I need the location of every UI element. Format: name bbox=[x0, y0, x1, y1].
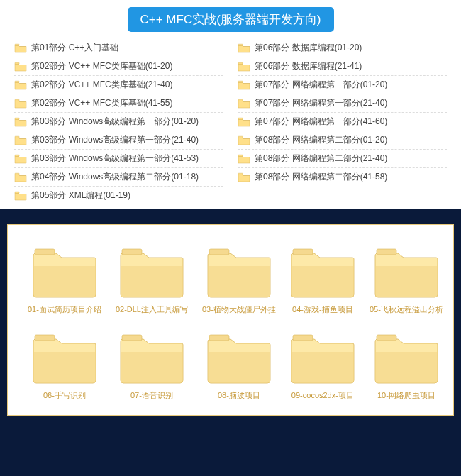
folder-grid-item[interactable]: 04-游戏-捕鱼项目 bbox=[290, 246, 355, 315]
folder-list-item[interactable]: 第06部分 数据库编程(21-41) bbox=[238, 57, 447, 76]
folder-list-item[interactable]: 第06部分 数据库编程(01-20) bbox=[238, 39, 447, 57]
folder-list-label: 第05部分 XML编程(01-19) bbox=[31, 189, 130, 201]
folder-icon bbox=[14, 154, 27, 164]
section-divider bbox=[0, 209, 461, 224]
folder-list-label: 第06部分 数据库编程(01-20) bbox=[255, 42, 362, 54]
folder-list-label: 第03部分 Windows高级编程第一部分(21-40) bbox=[31, 134, 199, 146]
svg-rect-5 bbox=[15, 136, 19, 138]
folder-icon bbox=[14, 99, 27, 109]
folder-icon bbox=[238, 172, 250, 182]
folder-list-label: 第03部分 Windows高级编程第一部分(01-20) bbox=[31, 116, 199, 128]
svg-rect-10 bbox=[238, 62, 243, 64]
folder-grid-label: 05-飞秋远程溢出分析 bbox=[370, 304, 443, 315]
project-folders-panel: 01-面试简历项目介绍 02-DLL注入工具编写 03-植物大战僵尸外挂 04-… bbox=[7, 224, 454, 416]
folder-list-item[interactable]: 第07部分 网络编程第一部分(21-40) bbox=[238, 94, 447, 113]
folder-grid-label: 01-面试简历项目介绍 bbox=[28, 304, 101, 315]
folder-list-label: 第07部分 网络编程第一部分(01-20) bbox=[255, 79, 387, 91]
svg-rect-3 bbox=[15, 99, 19, 101]
svg-rect-9 bbox=[238, 44, 243, 45]
folder-icon bbox=[238, 99, 250, 109]
folder-list-label: 第02部分 VC++ MFC类库基础(21-40) bbox=[31, 79, 172, 91]
folder-list-label: 第07部分 网络编程第一部分(41-60) bbox=[255, 116, 387, 128]
folder-icon bbox=[32, 246, 97, 299]
folder-grid-item[interactable]: 05-飞秋远程溢出分析 bbox=[370, 246, 443, 315]
folder-grid-label: 10-网络爬虫项目 bbox=[377, 390, 435, 401]
folder-list-label: 第03部分 Windows高级编程第一部分(41-53) bbox=[31, 153, 199, 165]
folder-list-item[interactable]: 第02部分 VC++ MFC类库基础(21-40) bbox=[14, 76, 223, 94]
svg-rect-22 bbox=[35, 335, 55, 341]
folder-list-item[interactable]: 第02部分 VC++ MFC类库基础(01-20) bbox=[14, 57, 223, 76]
folder-icon bbox=[14, 117, 27, 127]
folder-grid-item[interactable]: 02-DLL注入工具编写 bbox=[116, 246, 188, 315]
folder-grid-item[interactable]: 08-脑波项目 bbox=[202, 332, 276, 401]
folder-list-label: 第08部分 网络编程第二部分(21-40) bbox=[255, 153, 387, 165]
folder-icon bbox=[238, 80, 250, 90]
folder-icon bbox=[32, 332, 97, 384]
folder-list-item[interactable]: 第05部分 XML编程(01-19) bbox=[14, 187, 223, 204]
folder-list-item[interactable]: 第08部分 网络编程第二部分(01-20) bbox=[238, 131, 447, 150]
folder-icon bbox=[14, 172, 27, 182]
svg-rect-15 bbox=[238, 155, 243, 156]
folder-grid-label: 07-语音识别 bbox=[130, 390, 173, 401]
folder-icon bbox=[374, 332, 439, 384]
folder-icon bbox=[238, 154, 250, 164]
folder-icon bbox=[290, 332, 355, 384]
svg-rect-16 bbox=[238, 173, 243, 175]
folder-icon bbox=[290, 246, 355, 299]
folder-grid-item[interactable]: 01-面试简历项目介绍 bbox=[28, 246, 101, 315]
folder-icon bbox=[119, 246, 184, 299]
folder-list-item[interactable]: 第07部分 网络编程第一部分(01-20) bbox=[238, 76, 447, 94]
svg-rect-25 bbox=[293, 335, 313, 341]
folder-list-item[interactable]: 第03部分 Windows高级编程第一部分(21-40) bbox=[14, 131, 223, 150]
folder-grid-item[interactable]: 09-cocos2dx-项目 bbox=[290, 332, 355, 401]
folder-grid-item[interactable]: 03-植物大战僵尸外挂 bbox=[202, 246, 276, 315]
folder-list-label: 第01部分 C++入门基础 bbox=[31, 42, 118, 54]
folder-grid-item[interactable]: 10-网络爬虫项目 bbox=[370, 332, 443, 401]
folder-list-item[interactable]: 第03部分 Windows高级编程第一部分(41-53) bbox=[14, 150, 223, 168]
folder-grid: 01-面试简历项目介绍 02-DLL注入工具编写 03-植物大战僵尸外挂 04-… bbox=[28, 246, 433, 401]
folder-grid-item[interactable]: 07-语音识别 bbox=[116, 332, 188, 401]
folder-list-label: 第06部分 数据库编程(21-41) bbox=[255, 60, 362, 72]
svg-rect-7 bbox=[15, 173, 19, 175]
folder-icon bbox=[14, 191, 27, 201]
svg-rect-13 bbox=[238, 118, 243, 119]
svg-rect-17 bbox=[35, 249, 55, 255]
folder-icon bbox=[14, 80, 27, 90]
folder-icon bbox=[238, 43, 250, 53]
course-outline-panel: C++ MFC实战(服务器端开发方向) 第01部分 C++入门基础 第02部分 … bbox=[0, 0, 461, 209]
folder-icon bbox=[14, 43, 27, 53]
folder-list-label: 第02部分 VC++ MFC类库基础(41-55) bbox=[31, 97, 172, 109]
svg-rect-6 bbox=[15, 155, 19, 156]
folder-icon bbox=[14, 62, 27, 72]
svg-rect-14 bbox=[238, 136, 243, 138]
folder-list-item[interactable]: 第04部分 Windows高级编程第二部分(01-18) bbox=[14, 168, 223, 187]
folder-icon bbox=[238, 62, 250, 72]
folder-icon bbox=[119, 332, 184, 384]
folder-grid-item[interactable]: 06-手写识别 bbox=[28, 332, 101, 401]
folder-grid-label: 08-脑波项目 bbox=[218, 390, 260, 401]
folder-icon bbox=[206, 246, 272, 299]
svg-rect-20 bbox=[293, 249, 313, 255]
course-title-badge: C++ MFC实战(服务器端开发方向) bbox=[128, 7, 334, 32]
folder-icon bbox=[238, 135, 250, 145]
svg-rect-19 bbox=[209, 249, 229, 255]
svg-rect-12 bbox=[238, 99, 243, 101]
svg-rect-2 bbox=[15, 81, 19, 82]
folder-list-item[interactable]: 第01部分 C++入门基础 bbox=[14, 39, 223, 57]
svg-rect-24 bbox=[209, 335, 229, 341]
svg-rect-1 bbox=[15, 62, 19, 64]
svg-rect-23 bbox=[122, 335, 142, 341]
folder-list-item[interactable]: 第02部分 VC++ MFC类库基础(41-55) bbox=[14, 94, 223, 113]
folder-grid-label: 06-手写识别 bbox=[43, 390, 86, 401]
svg-rect-26 bbox=[377, 335, 396, 341]
folder-grid-label: 03-植物大战僵尸外挂 bbox=[202, 304, 276, 315]
svg-rect-21 bbox=[377, 249, 396, 255]
folder-list-label: 第02部分 VC++ MFC类库基础(01-20) bbox=[31, 60, 172, 72]
folder-list-item[interactable]: 第03部分 Windows高级编程第一部分(01-20) bbox=[14, 113, 223, 131]
folder-list-item[interactable]: 第08部分 网络编程第二部分(21-40) bbox=[238, 150, 447, 168]
folder-list-label: 第07部分 网络编程第一部分(21-40) bbox=[255, 97, 387, 109]
folder-list-item[interactable]: 第08部分 网络编程第二部分(41-58) bbox=[238, 168, 447, 186]
svg-rect-18 bbox=[122, 249, 142, 255]
folder-icon bbox=[374, 246, 439, 299]
folder-list-item[interactable]: 第07部分 网络编程第一部分(41-60) bbox=[238, 113, 447, 131]
